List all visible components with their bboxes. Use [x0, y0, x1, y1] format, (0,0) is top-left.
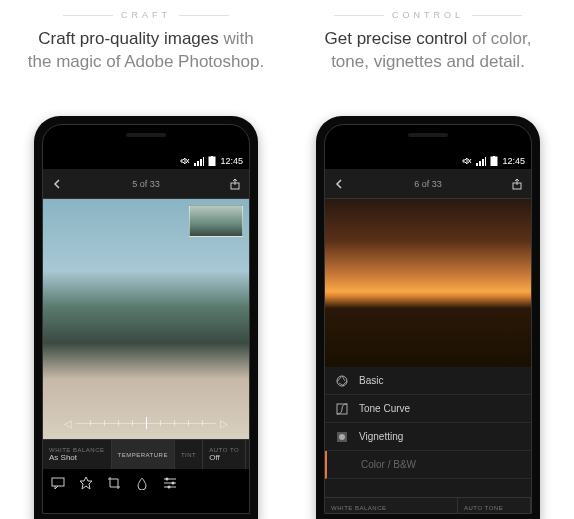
headline-strong: Get precise control: [325, 29, 468, 48]
signal-icon: [476, 156, 486, 166]
svg-rect-5: [211, 156, 213, 157]
photo-counter: 5 of 33: [63, 179, 229, 189]
param-white-balance[interactable]: WHITE BALANCE As Shot: [43, 440, 112, 469]
back-icon[interactable]: [333, 178, 345, 190]
menu-vignetting[interactable]: Vignetting: [325, 423, 531, 451]
status-time: 12:45: [502, 156, 525, 166]
droplet-icon[interactable]: [135, 476, 149, 490]
param-strip: WHITE BALANCE As Shot AUTO TONE Off: [325, 497, 531, 514]
aperture-icon: [335, 374, 349, 388]
menu-label: Tone Curve: [359, 403, 410, 414]
menu-basic[interactable]: Basic: [325, 367, 531, 395]
menu-tone-curve[interactable]: Tone Curve: [325, 395, 531, 423]
crop-icon[interactable]: [107, 476, 121, 490]
phone-mockup: 12:45 6 of 33 Basic: [316, 116, 540, 519]
param-auto-tone[interactable]: AUTO TONE Off: [458, 498, 531, 514]
menu-label: Basic: [359, 375, 383, 386]
edit-menu: Basic Tone Curve Vignetting Color /: [325, 367, 531, 497]
svg-point-9: [172, 482, 175, 485]
section-label: CRAFT: [121, 10, 171, 20]
svg-rect-1: [197, 161, 199, 166]
svg-rect-3: [203, 157, 204, 166]
ruler-right-icon: ▷: [216, 418, 232, 429]
photo-preview[interactable]: [325, 199, 531, 367]
param-strip: WHITE BALANCE As Shot TEMPERATURE TINT A…: [43, 439, 249, 469]
mute-icon: [180, 156, 190, 166]
svg-rect-4: [209, 157, 215, 166]
menu-color-bw[interactable]: Color / B&W: [325, 451, 531, 479]
param-tint[interactable]: TINT: [175, 440, 203, 469]
svg-rect-11: [476, 163, 478, 166]
chat-icon[interactable]: [51, 476, 65, 490]
svg-rect-14: [485, 157, 486, 166]
svg-point-8: [166, 478, 169, 481]
battery-icon: [490, 156, 498, 166]
panel-control: CONTROL Get precise control of color, to…: [307, 10, 549, 519]
panel-craft: CRAFT Craft pro-quality images with the …: [25, 10, 267, 519]
back-icon[interactable]: [51, 178, 63, 190]
svg-point-10: [168, 486, 171, 489]
sliders-icon[interactable]: [163, 476, 177, 490]
app-bar: 6 of 33: [325, 169, 531, 199]
svg-point-21: [339, 434, 345, 440]
bottom-toolbar: [43, 469, 249, 497]
photo-counter: 6 of 33: [345, 179, 511, 189]
headline: Get precise control of color, tone, vign…: [307, 28, 549, 98]
param-white-balance[interactable]: WHITE BALANCE As Shot: [325, 498, 458, 514]
svg-rect-16: [493, 156, 495, 157]
app-bar: 5 of 33: [43, 169, 249, 199]
phone-speaker: [408, 133, 448, 137]
svg-rect-15: [491, 157, 497, 166]
share-icon[interactable]: [229, 178, 241, 190]
signal-icon: [194, 156, 204, 166]
share-icon[interactable]: [511, 178, 523, 190]
vignette-icon: [335, 430, 349, 444]
menu-label: Color / B&W: [361, 459, 416, 470]
mute-icon: [462, 156, 472, 166]
photo-preview[interactable]: ◁ ▷: [43, 199, 249, 439]
star-icon[interactable]: [79, 476, 93, 490]
headline: Craft pro-quality images with the magic …: [25, 28, 267, 98]
phone-speaker: [126, 133, 166, 137]
menu-label: Vignetting: [359, 431, 403, 442]
color-bw-icon: [337, 458, 351, 472]
param-temperature[interactable]: TEMPERATURE: [112, 440, 175, 469]
histogram-inset[interactable]: [189, 205, 243, 237]
status-bar: 12:45: [325, 153, 531, 169]
curve-icon: [335, 402, 349, 416]
status-time: 12:45: [220, 156, 243, 166]
svg-rect-13: [482, 159, 484, 166]
headline-strong: Craft pro-quality images: [38, 29, 218, 48]
status-bar: 12:45: [43, 153, 249, 169]
adjustment-ruler[interactable]: ◁ ▷: [43, 413, 249, 433]
battery-icon: [208, 156, 216, 166]
phone-mockup: 12:45 5 of 33 ◁: [34, 116, 258, 519]
svg-rect-7: [52, 478, 64, 486]
svg-rect-0: [194, 163, 196, 166]
svg-rect-12: [479, 161, 481, 166]
svg-rect-2: [200, 159, 202, 166]
ruler-left-icon: ◁: [60, 418, 76, 429]
section-label: CONTROL: [392, 10, 464, 20]
param-auto-tone[interactable]: AUTO TO Off: [203, 440, 246, 469]
